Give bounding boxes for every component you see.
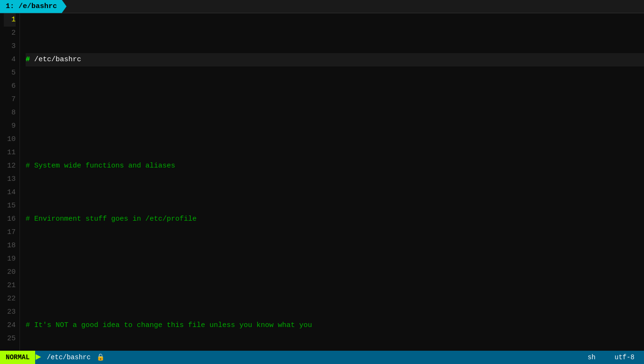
line-number-16: 16: [4, 213, 16, 226]
code-line-4: # Environment stuff goes in /etc/profile: [26, 213, 644, 226]
tab-label: 1: /e/bashrc: [6, 0, 57, 13]
mode-label: NORMAL: [6, 351, 29, 364]
line-numbers: 1 2 3 4 5 6 7 8 9 10 11 12 13 14 15 16 1…: [0, 13, 20, 351]
code-line-5: [26, 266, 644, 279]
lock-icon: 🔒: [95, 354, 106, 361]
file-path: /etc/bashrc 🔒: [41, 351, 112, 364]
line-number-6: 6: [4, 80, 16, 93]
file-path-text: /etc/bashrc: [47, 354, 90, 361]
editor: 1: /e/bashrc 1 2 3 4 5 6 7 8 9 10 11 12 …: [0, 0, 644, 364]
line-number-19: 19: [4, 252, 16, 266]
line-number-23: 23: [4, 306, 16, 319]
line-number-2: 2: [4, 27, 16, 40]
line-number-8: 8: [4, 106, 16, 120]
line-number-22: 22: [4, 292, 16, 306]
code-line-2: [26, 106, 644, 120]
file-type: sh: [587, 351, 596, 364]
code-line-3: # System wide functions and aliases: [26, 159, 644, 173]
line-number-14: 14: [4, 186, 16, 199]
encoding: utf-8: [615, 351, 635, 364]
line-number-1: 1: [4, 13, 16, 27]
line-number-18: 18: [4, 239, 16, 252]
code-area: 1 2 3 4 5 6 7 8 9 10 11 12 13 14 15 16 1…: [0, 13, 644, 351]
active-tab[interactable]: 1: /e/bashrc: [0, 0, 66, 13]
right-status: sh utf-8: [587, 351, 644, 364]
line-number-10: 10: [4, 133, 16, 146]
line-number-17: 17: [4, 226, 16, 239]
line-number-4: 4: [4, 53, 16, 66]
mode-indicator: NORMAL: [0, 351, 35, 364]
line-number-13: 13: [4, 173, 16, 186]
line-number-21: 21: [4, 279, 16, 292]
line-number-7: 7: [4, 93, 16, 106]
code-content[interactable]: # /etc/bashrc # System wide functions an…: [20, 13, 644, 351]
line-number-12: 12: [4, 159, 16, 173]
tab-bar: 1: /e/bashrc: [0, 0, 644, 13]
line-number-15: 15: [4, 199, 16, 213]
line-number-5: 5: [4, 66, 16, 80]
status-arrow: ►: [35, 351, 41, 364]
line-number-20: 20: [4, 266, 16, 279]
line-number-3: 3: [4, 40, 16, 53]
line-number-11: 11: [4, 146, 16, 159]
status-bar: NORMAL ► /etc/bashrc 🔒 sh utf-8: [0, 351, 644, 364]
code-line-1: # /etc/bashrc: [26, 53, 644, 66]
line-number-25: 25: [4, 332, 16, 345]
line-number-9: 9: [4, 120, 16, 133]
code-line-6: # It's NOT a good idea to change this fi…: [26, 319, 644, 332]
line-number-24: 24: [4, 319, 16, 332]
